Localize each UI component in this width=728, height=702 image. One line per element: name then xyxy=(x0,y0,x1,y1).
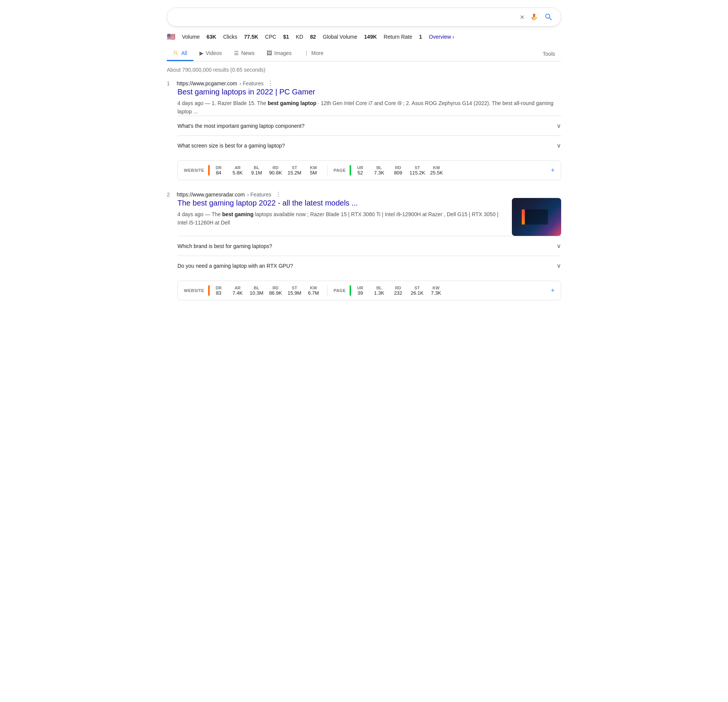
tab-more[interactable]: ⋮ More xyxy=(298,46,329,61)
bl-key-2: BL xyxy=(254,286,259,290)
st-val-2: 15.9M xyxy=(288,290,301,296)
ar-val-2: 7.4K xyxy=(232,290,243,296)
st-key-1: ST xyxy=(292,165,297,170)
search-icons: × xyxy=(520,13,553,22)
result-2-url-line: 2 https://www.gamesradar.com › Features … xyxy=(167,191,561,198)
dr-group-1: DR 84 xyxy=(211,165,226,176)
clicks-label: Clicks xyxy=(223,34,237,40)
page-rd-key-2: RD xyxy=(395,286,401,290)
page-kw-val-1: 25.5K xyxy=(430,170,443,176)
tab-images[interactable]: 🖼 Images xyxy=(260,46,298,61)
page-rd-val-2: 232 xyxy=(394,290,402,296)
ur-bar-2: UR 39 xyxy=(350,285,368,296)
kw-key-1: KW xyxy=(310,165,317,170)
page-st-val-2: 26.1K xyxy=(411,290,424,296)
st-key-2: ST xyxy=(292,286,297,290)
flag-icon: 🇺🇸 xyxy=(167,33,175,41)
overview-link[interactable]: Overview › xyxy=(429,34,454,40)
search-result-2: 2 https://www.gamesradar.com › Features … xyxy=(167,191,561,300)
page-bl-key-2: BL xyxy=(377,286,382,290)
metrics-divider-1 xyxy=(327,165,328,176)
seo-bar: 🇺🇸 Volume 63K Clicks 77.5K CPC $1 KD 82 … xyxy=(167,33,561,41)
images-tab-icon: 🖼 xyxy=(267,50,272,56)
result-2-thumbnail xyxy=(512,198,561,236)
result-1-options-icon[interactable]: ⋮ xyxy=(267,80,273,87)
result-1-snippet: 4 days ago — 1. Razer Blade 15. The best… xyxy=(177,99,561,116)
search-icon[interactable] xyxy=(544,13,553,22)
search-bar: best gaming laptop × xyxy=(167,8,561,27)
ur-group-2: UR 39 xyxy=(353,286,368,296)
website-metrics-section-2: WEBSITE DR 83 AR 7.4K BL 10.3M xyxy=(184,285,321,296)
search-result-1: 1 https://www.pcgamer.com › Features ⋮ B… xyxy=(167,80,561,180)
result-2-title[interactable]: The best gaming laptop 2022 - all the la… xyxy=(177,198,506,208)
bl-val-2: 10.3M xyxy=(250,290,264,296)
ar-group-1: AR 5.8K xyxy=(230,165,245,176)
cpc-label: CPC xyxy=(265,34,276,40)
faq-1-2[interactable]: What screen size is best for a gaming la… xyxy=(177,135,561,155)
dr-key-1: DR xyxy=(216,165,222,170)
faq-2-2[interactable]: Do you need a gaming laptop with an RTX … xyxy=(177,256,561,275)
website-label-1: WEBSITE xyxy=(184,168,204,173)
tab-images-label: Images xyxy=(274,50,292,56)
result-2-content: The best gaming laptop 2022 - all the la… xyxy=(177,198,561,300)
page-metrics-section-2: PAGE UR 39 BL 1.3K RD 232 ST xyxy=(334,285,444,296)
tab-news[interactable]: ☰ News xyxy=(228,46,260,61)
result-2-url: https://www.gamesradar.com xyxy=(177,192,245,198)
mic-icon[interactable] xyxy=(530,13,539,22)
tab-videos[interactable]: ▶ Videos xyxy=(193,46,228,61)
bl-val-1: 9.1M xyxy=(251,170,262,176)
page-st-group-1: ST 115.2K xyxy=(410,165,425,176)
rd-group-2: RD 86.9K xyxy=(268,286,283,296)
global-value: 149K xyxy=(364,34,377,40)
ar-key-2: AR xyxy=(235,286,241,290)
tab-tools[interactable]: Tools xyxy=(537,47,561,61)
result-1-content: Best gaming laptops in 2022 | PC Gamer 4… xyxy=(177,87,561,180)
result-2-options-icon[interactable]: ⋮ xyxy=(275,191,281,198)
dr-bar-1: DR 84 xyxy=(208,165,226,176)
result-1-breadcrumb: › Features xyxy=(240,80,264,86)
faq-2-1-chevron-icon: ∨ xyxy=(557,242,561,250)
dr-key-2: DR xyxy=(216,286,222,290)
faq-2-2-chevron-icon: ∨ xyxy=(557,262,561,269)
website-label-2: WEBSITE xyxy=(184,288,204,293)
results-count: About 790,000,000 results (0.65 seconds) xyxy=(167,67,561,73)
faq-1-1[interactable]: What's the most important gaming laptop … xyxy=(177,116,561,135)
metrics-plus-icon-2[interactable]: + xyxy=(551,287,555,295)
page-label-1: PAGE xyxy=(334,168,346,173)
website-metrics-section-1: WEBSITE DR 84 AR 5.8K BL 9.1M xyxy=(184,165,321,176)
return-value: 1 xyxy=(419,34,422,40)
ur-indicator-1 xyxy=(350,165,351,176)
result-1-metrics-bar: WEBSITE DR 84 AR 5.8K BL 9.1M xyxy=(177,160,561,180)
metrics-plus-icon-1[interactable]: + xyxy=(551,166,555,174)
page-bl-val-1: 7.3K xyxy=(374,170,384,176)
tab-videos-label: Videos xyxy=(206,50,222,56)
kw-val-2: 6.7M xyxy=(308,290,319,296)
volume-value: 63K xyxy=(207,34,217,40)
result-2-snippet: 4 days ago — The best gaming laptops ava… xyxy=(177,210,506,227)
ur-group-1: UR 52 xyxy=(353,165,368,176)
result-1-title[interactable]: Best gaming laptops in 2022 | PC Gamer xyxy=(177,87,561,97)
search-input[interactable]: best gaming laptop xyxy=(175,13,516,21)
ar-group-2: AR 7.4K xyxy=(230,286,245,296)
st-val-1: 15.2M xyxy=(288,170,301,176)
st-group-1: ST 15.2M xyxy=(287,165,302,176)
tab-news-label: News xyxy=(241,50,254,56)
kd-label: KD xyxy=(296,34,303,40)
result-1-number: 1 xyxy=(167,80,174,86)
faq-2-1-question: Which brand is best for gaming laptops? xyxy=(177,243,272,249)
ur-val-1: 52 xyxy=(358,170,363,176)
result-2-number: 2 xyxy=(167,192,174,198)
ur-key-2: UR xyxy=(357,286,363,290)
clear-icon[interactable]: × xyxy=(520,13,524,22)
dr-val-2: 83 xyxy=(216,290,221,296)
tab-all[interactable]: All xyxy=(167,46,193,61)
dr-indicator-2 xyxy=(208,285,210,296)
global-label: Global Volume xyxy=(323,34,357,40)
faq-2-1[interactable]: Which brand is best for gaming laptops? … xyxy=(177,236,561,256)
page-st-val-1: 115.2K xyxy=(410,170,425,176)
clicks-value: 77.5K xyxy=(244,34,258,40)
ur-bar-1: UR 52 xyxy=(350,165,368,176)
page-bl-val-2: 1.3K xyxy=(374,290,384,296)
page-label-2: PAGE xyxy=(334,288,346,293)
page-rd-group-1: RD 809 xyxy=(391,165,406,176)
